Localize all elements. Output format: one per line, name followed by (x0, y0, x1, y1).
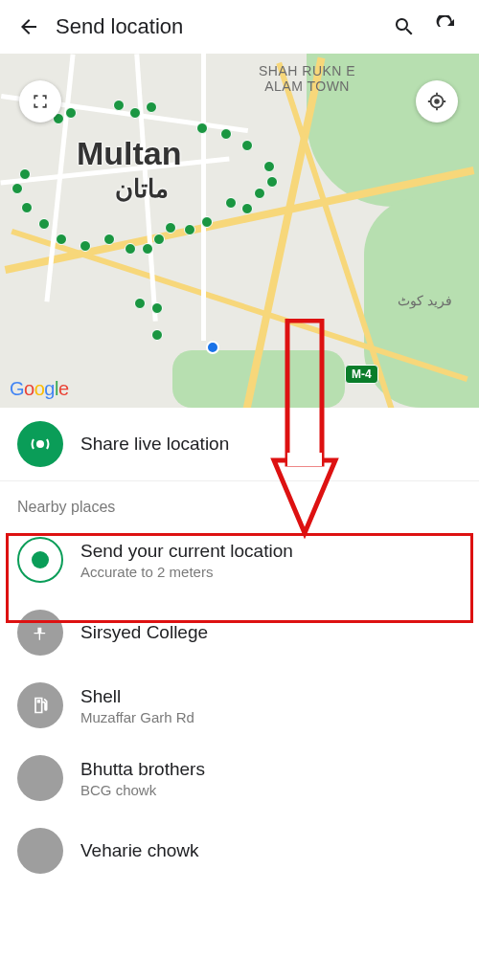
svg-point-2 (36, 440, 44, 448)
refresh-icon (435, 15, 458, 38)
my-location-button[interactable] (416, 80, 458, 122)
page-title: Send location (46, 14, 383, 39)
location-list: Share live location Nearby places Send y… (0, 408, 479, 878)
place-item[interactable]: Veharie chowk (0, 814, 479, 878)
place-title: Sirsyed College (80, 622, 462, 643)
current-location-subtitle: Accurate to 2 meters (80, 564, 462, 580)
svg-point-0 (434, 99, 440, 104)
place-title: Bhutta brothers (80, 759, 462, 780)
crosshair-icon (426, 91, 447, 112)
svg-rect-3 (37, 700, 40, 702)
nearby-places-header: Nearby places (0, 481, 479, 523)
map-city-native-label: ماتان (115, 174, 169, 204)
pin-icon (17, 610, 63, 656)
map-city-label: Multan (77, 135, 182, 172)
place-item[interactable]: Shell Muzaffar Garh Rd (0, 669, 479, 742)
place-item[interactable]: Bhutta brothers BCG chowk (0, 742, 479, 814)
place-item[interactable]: Sirsyed College (0, 596, 479, 669)
place-subtitle: Muzaffar Garh Rd (80, 709, 462, 725)
back-button[interactable] (11, 15, 46, 38)
map-view[interactable]: Multan ماتان SHAH RUKN EALAM TOWN فرید ک… (0, 54, 479, 408)
map-area-label-side: فرید کوٹ (398, 293, 452, 308)
send-current-location-item[interactable]: Send your current location Accurate to 2… (0, 523, 479, 596)
gas-station-icon (17, 682, 63, 728)
place-icon (17, 828, 63, 874)
place-subtitle: BCG chowk (80, 782, 462, 798)
place-title: Veharie chowk (80, 840, 462, 861)
map-area-label-top: SHAH RUKN EALAM TOWN (259, 63, 355, 94)
google-attribution: Google (10, 378, 69, 400)
current-location-icon (17, 537, 63, 583)
live-location-icon (17, 421, 63, 467)
current-location-title: Send your current location (80, 541, 462, 562)
fullscreen-button[interactable] (19, 80, 61, 122)
search-icon (393, 15, 416, 38)
fullscreen-icon (31, 92, 50, 111)
arrow-back-icon (17, 15, 40, 38)
refresh-button[interactable] (425, 15, 468, 38)
share-live-location-item[interactable]: Share live location (0, 408, 479, 480)
highway-shield: M-4 (345, 365, 378, 384)
place-title: Shell (80, 686, 462, 707)
current-location-dot (206, 341, 219, 354)
place-icon (17, 755, 63, 801)
share-live-title: Share live location (80, 434, 462, 455)
search-button[interactable] (383, 15, 425, 38)
app-header: Send location (0, 0, 479, 54)
